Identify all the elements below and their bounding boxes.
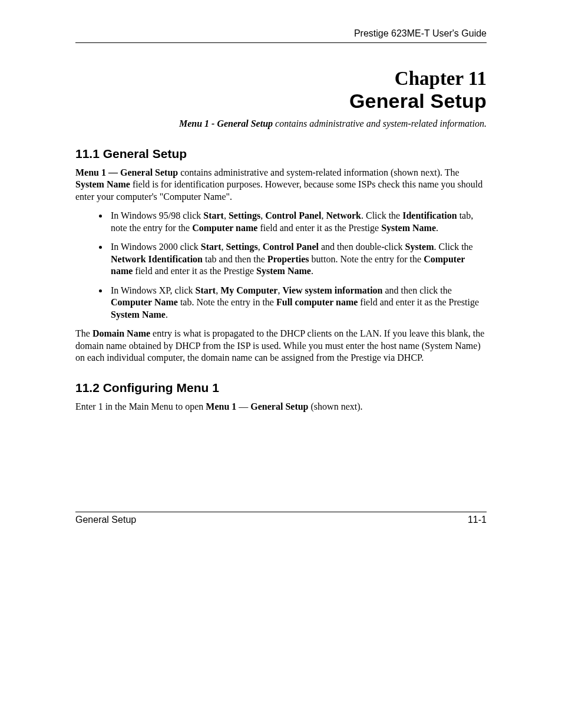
- text-run: tab. Note the entry in the: [178, 297, 276, 307]
- text-run: . Click the: [434, 242, 473, 252]
- section-11-1-para-2: The Domain Name entry is what is propaga…: [75, 328, 487, 364]
- list-item: In Windows XP, click Start, My Computer,…: [108, 285, 487, 321]
- text-run: Identification: [402, 210, 457, 220]
- text-run: field and enter it as the Prestige: [133, 266, 256, 276]
- text-run: tab and then the: [203, 254, 267, 264]
- text-run: ,: [258, 242, 263, 252]
- text-run: —: [236, 401, 250, 411]
- text-run: In Windows 95/98 click: [111, 210, 203, 220]
- text-run: Start: [203, 210, 224, 220]
- section-11-1-bullets: In Windows 95/98 click Start, Settings, …: [75, 210, 487, 321]
- section-11-1-heading: 11.1 General Setup: [75, 147, 487, 161]
- text-run: System Name: [111, 309, 166, 319]
- text-run: .: [311, 266, 313, 276]
- text-run: System Name: [75, 179, 130, 189]
- text-run: System Name: [256, 266, 311, 276]
- text-run: My Computer: [220, 285, 277, 295]
- running-head: Prestige 623ME-T User's Guide: [75, 28, 487, 43]
- text-run: System Name: [381, 223, 436, 233]
- text-run: ,: [260, 210, 265, 220]
- text-run: Network: [326, 210, 361, 220]
- text-run: Settings: [229, 210, 260, 220]
- text-run: Network Identification: [111, 254, 203, 264]
- footer-right: 11-1: [468, 515, 487, 525]
- text-run: Computer Name: [111, 297, 178, 307]
- text-run: field is for identification purposes. Ho…: [75, 179, 482, 201]
- footer-left: General Setup: [75, 515, 136, 525]
- text-run: field and enter it as the Prestige: [358, 297, 479, 307]
- chapter-number: Chapter 11: [75, 68, 487, 90]
- chapter-subtitle: Menu 1 - General Setup contains administ…: [75, 118, 487, 129]
- text-run: and then click the: [383, 285, 452, 295]
- text-run: contains administrative and system-relat…: [178, 167, 459, 177]
- text-run: .: [436, 223, 438, 233]
- text-run: .: [166, 309, 168, 319]
- subtitle-rest: contains administrative and system-relat…: [273, 118, 487, 129]
- text-run: Full computer name: [276, 297, 358, 307]
- text-run: button. Note the entry for the: [309, 254, 424, 264]
- page-content: Prestige 623ME-T User's Guide Chapter 11…: [75, 28, 487, 728]
- text-run: Start: [196, 285, 216, 295]
- text-run: General Setup: [250, 401, 308, 411]
- text-run: Start: [201, 242, 222, 252]
- chapter-name: General Setup: [75, 90, 487, 113]
- text-run: Enter 1 in the Main Menu to open: [75, 401, 206, 411]
- text-run: Menu 1 — General Setup: [75, 167, 178, 177]
- text-run: Settings: [226, 242, 257, 252]
- text-run: Control Panel: [263, 242, 319, 252]
- list-item: In Windows 2000 click Start, Settings, C…: [108, 241, 487, 277]
- text-run: In Windows XP, click: [111, 285, 196, 295]
- text-run: ,: [216, 285, 220, 295]
- text-run: View system information: [282, 285, 382, 295]
- text-run: ,: [224, 210, 229, 220]
- text-run: (shown next).: [309, 401, 363, 411]
- text-run: Domain Name: [92, 328, 150, 338]
- text-run: Computer name: [192, 223, 257, 233]
- text-run: Menu 1: [206, 401, 236, 411]
- section-11-2-para: Enter 1 in the Main Menu to open Menu 1 …: [75, 401, 487, 413]
- text-run: Properties: [267, 254, 309, 264]
- text-run: field and enter it as the Prestige: [257, 223, 381, 233]
- chapter-title: Chapter 11 General Setup: [75, 68, 487, 113]
- text-run: System: [405, 242, 434, 252]
- section-11-2-heading: 11.2 Configuring Menu 1: [75, 381, 487, 395]
- subtitle-bold: Menu 1 - General Setup: [179, 118, 273, 129]
- page-footer: General Setup 11-1: [75, 512, 487, 525]
- list-item: In Windows 95/98 click Start, Settings, …: [108, 210, 487, 234]
- section-11-1-para-1: Menu 1 — General Setup contains administ…: [75, 167, 487, 203]
- text-run: . Click the: [361, 210, 402, 220]
- text-run: In Windows 2000 click: [111, 242, 201, 252]
- text-run: and then double-click: [319, 242, 405, 252]
- text-run: Control Panel: [265, 210, 321, 220]
- text-run: The: [75, 328, 92, 338]
